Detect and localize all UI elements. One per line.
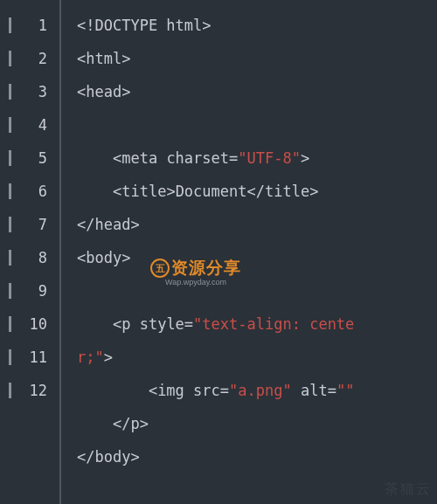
line-number: 7 [0,208,59,241]
line-gutter: 123456789101112 [0,0,59,504]
token-punct: </ [77,448,94,466]
token-punct: </ [77,216,94,233]
line-number: 8 [0,241,59,274]
code-line[interactable]: <!DOCTYPE html> [77,9,437,42]
token-punct: < [77,83,86,100]
token-punct: > [104,349,113,366]
code-line[interactable] [77,473,437,504]
token-tag: body [86,249,121,266]
token-attr: alt [292,382,328,399]
token-tag: p [130,415,139,432]
token-string: "a.png" [229,382,292,399]
token-tag: img [157,382,184,399]
token-tag: DOCTYPE html [94,17,202,34]
token-punct: > [121,50,130,67]
token-punct: > [202,17,211,34]
token-punct: > [121,83,130,100]
token-punct: <! [77,17,94,34]
code-editor: 123456789101112 <!DOCTYPE html><html><he… [0,0,437,504]
token-punct: > [130,216,139,233]
token-punct: = [328,382,336,399]
token-string: "" [336,382,354,399]
line-number: 10 [0,307,59,341]
code-line[interactable] [77,108,437,142]
token-punct: > [130,448,139,466]
line-number: 5 [0,142,59,175]
code-line[interactable]: <img src="a.png" alt="" [77,374,437,407]
code-line[interactable]: </head> [77,208,437,241]
token-punct: </ [77,415,130,432]
code-line[interactable]: r;"> [77,341,437,374]
code-area[interactable]: <!DOCTYPE html><html><head> <meta charse… [61,0,437,504]
code-line[interactable]: <head> [77,75,437,108]
token-attr: charset [157,149,229,167]
token-tag: title [265,183,309,200]
token-string: r;" [77,349,104,366]
line-number: 4 [0,108,59,142]
token-punct: > [121,249,130,266]
token-string: "text-align: cente [193,315,354,333]
code-line[interactable] [77,274,437,307]
code-line[interactable]: <meta charset="UTF-8"> [77,142,437,175]
token-punct: < [77,249,86,266]
line-number: 12 [0,374,59,407]
token-punct: = [229,149,238,167]
token-attr: style [130,315,184,333]
token-punct: > [140,415,149,432]
line-number: 6 [0,175,59,208]
token-tag: head [94,216,130,233]
line-number: 1 [0,9,59,42]
code-line[interactable]: <title>Document</title> [77,175,437,208]
line-number: 2 [0,42,59,75]
token-punct: < [77,149,121,167]
token-punct: > [301,149,309,167]
code-line[interactable]: <html> [77,42,437,75]
token-tag: meta [121,149,157,167]
token-attr: src [184,382,220,399]
token-tag: p [121,315,130,333]
token-tag: head [86,83,121,100]
token-tag: title [121,183,166,200]
token-punct: < [77,183,121,200]
token-punct: = [220,382,229,399]
line-number: 9 [0,274,59,307]
code-line[interactable]: </p> [77,407,437,440]
token-text: Document [176,183,247,200]
token-punct: > [309,183,318,200]
token-tag: html [86,50,121,67]
code-line[interactable]: <p style="text-align: cente [77,307,437,341]
token-punct: </ [247,183,265,200]
brand-label: 茶猫云 [385,480,432,499]
token-punct: < [77,50,86,67]
code-line[interactable]: <body> [77,241,437,274]
line-number: 3 [0,75,59,108]
token-punct: < [77,382,157,399]
token-punct: < [77,315,121,333]
code-line[interactable]: </body> [77,440,437,473]
token-punct: = [184,315,193,333]
token-string: "UTF-8" [238,149,301,167]
line-number: 11 [0,341,59,374]
token-tag: body [94,448,130,466]
token-punct: > [166,183,175,200]
